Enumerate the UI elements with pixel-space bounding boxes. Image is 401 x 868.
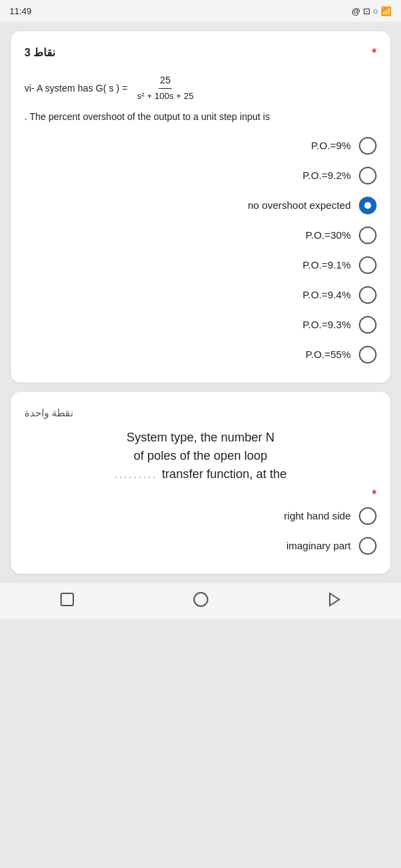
card2-line2: of poles of the open loop: [24, 447, 377, 465]
option-label: P.O.=9.1%: [303, 259, 351, 271]
options-list-1: P.O.=9%P.O.=9.2%no overshoot expectedP.O…: [24, 137, 377, 363]
fraction-denominator: s² + 100s + 25: [136, 89, 195, 104]
option-row[interactable]: P.O.=9.4%: [24, 286, 377, 304]
option-label: right hand side: [284, 510, 351, 521]
status-icons: @ ⊡ ○ 📶: [351, 6, 392, 16]
radio-button[interactable]: [359, 346, 377, 363]
card2-line1: System type, the number N: [24, 429, 377, 447]
card1-question: vi- A system has G( s ) = 25 s² + 100s +…: [24, 73, 377, 125]
option-label: P.O.=9%: [311, 140, 351, 151]
radio-button[interactable]: [359, 256, 377, 274]
nav-home-icon[interactable]: [58, 590, 77, 609]
card2-label: نقطة واحدة: [24, 407, 73, 419]
nav-play-icon[interactable]: [325, 590, 344, 609]
dotted-prefix: .........: [114, 467, 161, 481]
nav-bar: [0, 583, 401, 618]
card2-line3: ......... transfer function, at the: [24, 465, 377, 484]
option-label: imaginary part: [286, 540, 351, 551]
nav-circle-icon[interactable]: [191, 590, 210, 609]
fraction-display: 25 s² + 100s + 25: [136, 73, 195, 104]
radio-button[interactable]: [359, 286, 377, 304]
status-signal-icon: @ ⊡ ○ 📶: [351, 6, 392, 16]
radio-button[interactable]: [359, 167, 377, 184]
option-label: P.O.=30%: [305, 229, 351, 241]
option-row[interactable]: P.O.=55%: [24, 346, 377, 363]
status-time: 11:49: [9, 6, 32, 16]
radio-button[interactable]: [359, 507, 377, 525]
option-row[interactable]: P.O.=9.1%: [24, 256, 377, 274]
option-label: P.O.=9.4%: [303, 289, 351, 300]
option-row[interactable]: right hand side: [24, 507, 377, 525]
radio-button[interactable]: [359, 197, 377, 214]
radio-button[interactable]: [359, 137, 377, 155]
option-row[interactable]: P.O.=9%: [24, 137, 377, 155]
radio-button[interactable]: [359, 316, 377, 334]
card1-required: *: [372, 46, 377, 60]
option-row[interactable]: P.O.=9.3%: [24, 316, 377, 334]
status-bar: 11:49 @ ⊡ ○ 📶: [0, 0, 401, 22]
card1-header: نقاط 3 *: [24, 46, 377, 60]
card2-question: System type, the number N of poles of th…: [24, 429, 377, 484]
option-label: no overshoot expected: [248, 199, 351, 211]
option-row[interactable]: P.O.=30%: [24, 226, 377, 244]
card2-required: *: [24, 488, 377, 502]
question-card-1: نقاط 3 * vi- A system has G( s ) = 25 s²…: [11, 31, 390, 382]
question-card-2: نقطة واحدة System type, the number N of …: [11, 392, 390, 574]
option-row[interactable]: no overshoot expected: [24, 197, 377, 214]
question-suffix: . The percent overshoot of the output to…: [24, 109, 270, 124]
radio-button[interactable]: [359, 537, 377, 555]
options-list-2: right hand sideimaginary part: [24, 507, 377, 555]
svg-marker-2: [330, 593, 339, 606]
option-row[interactable]: P.O.=9.2%: [24, 167, 377, 184]
radio-button[interactable]: [359, 226, 377, 244]
option-label: P.O.=9.2%: [303, 170, 351, 181]
fraction-numerator: 25: [159, 73, 172, 89]
card1-label: نقاط 3: [24, 46, 55, 59]
option-label: P.O.=55%: [305, 349, 351, 360]
option-label: P.O.=9.3%: [303, 319, 351, 330]
svg-rect-0: [61, 593, 73, 606]
svg-point-1: [194, 593, 208, 606]
question-prefix: vi- A system has G( s ) =: [24, 81, 128, 96]
card2-header: نقطة واحدة: [24, 407, 377, 419]
option-row[interactable]: imaginary part: [24, 537, 377, 555]
